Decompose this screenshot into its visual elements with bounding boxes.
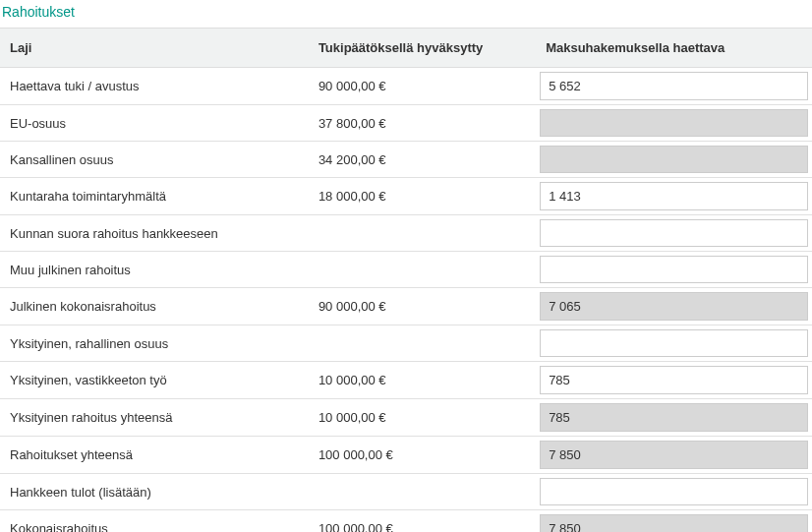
row-label: Yksityinen, rahallinen osuus [0,325,309,362]
approved-value: 90 000,00 € [309,288,536,325]
approved-value: 100 000,00 € [309,437,536,474]
amount-input[interactable] [540,329,808,357]
amount-readonly [540,146,808,173]
amount-input[interactable] [540,478,808,505]
financing-table: Laji Tukipäätöksellä hyväksytty Maksuhak… [0,28,812,532]
amount-readonly: 7 850 [540,514,808,532]
amount-input[interactable]: 5 652 [540,72,808,100]
table-row: Kuntaraha toimintaryhmältä18 000,00 €1 4… [0,178,812,215]
table-row: Muu julkinen rahoitus [0,252,812,288]
approved-value: 100 000,00 € [309,510,536,533]
row-label: Haettava tuki / avustus [0,68,309,105]
row-label: Rahoitukset yhteensä [0,437,309,474]
table-row: Yksityinen, rahallinen osuus [0,325,812,362]
approved-value [309,215,536,252]
row-label: Kansallinen osuus [0,142,309,178]
approved-value: 90 000,00 € [309,68,536,105]
approved-value: 18 000,00 € [309,178,536,215]
approved-value: 10 000,00 € [309,399,536,437]
amount-readonly [540,109,808,137]
row-label: Yksityinen, vastikkeeton työ [0,362,309,399]
row-label: Kokonaisrahoitus [0,510,309,533]
row-label: Hankkeen tulot (lisätään) [0,474,309,510]
table-row: Julkinen kokonaisrahoitus90 000,00 €7 06… [0,288,812,325]
row-label: Kunnan suora rahoitus hankkeeseen [0,215,309,252]
table-row: Yksityinen rahoitus yhteensä10 000,00 €7… [0,399,812,437]
amount-input[interactable]: 785 [540,366,808,394]
table-row: Hankkeen tulot (lisätään) [0,474,812,510]
table-row: Yksityinen, vastikkeeton työ10 000,00 €7… [0,362,812,399]
row-label: Kuntaraha toimintaryhmältä [0,178,309,215]
approved-value [309,252,536,288]
table-row: Rahoitukset yhteensä100 000,00 €7 850 [0,437,812,474]
col-header-tuki: Tukipäätöksellä hyväksytty [309,29,536,68]
table-row: Haettava tuki / avustus90 000,00 €5 652 [0,68,812,105]
amount-input[interactable] [540,256,808,283]
table-row: Kansallinen osuus34 200,00 € [0,142,812,178]
row-label: Muu julkinen rahoitus [0,252,309,288]
table-row: Kunnan suora rahoitus hankkeeseen [0,215,812,252]
amount-readonly: 7 850 [540,441,808,469]
amount-input[interactable]: 1 413 [540,182,808,210]
section-title: Rahoitukset [0,0,812,28]
row-label: Julkinen kokonaisrahoitus [0,288,309,325]
approved-value: 10 000,00 € [309,362,536,399]
approved-value [309,474,536,510]
table-row: EU-osuus37 800,00 € [0,105,812,142]
amount-readonly: 7 065 [540,292,808,321]
approved-value: 37 800,00 € [309,105,536,142]
amount-input[interactable] [540,219,808,247]
amount-readonly: 785 [540,403,808,432]
col-header-laji: Laji [0,29,309,68]
approved-value: 34 200,00 € [309,142,536,178]
table-row: Kokonaisrahoitus100 000,00 €7 850 [0,510,812,533]
approved-value [309,325,536,362]
row-label: EU-osuus [0,105,309,142]
col-header-maksu: Maksuhakemuksella haettava [536,29,812,68]
row-label: Yksityinen rahoitus yhteensä [0,399,309,437]
